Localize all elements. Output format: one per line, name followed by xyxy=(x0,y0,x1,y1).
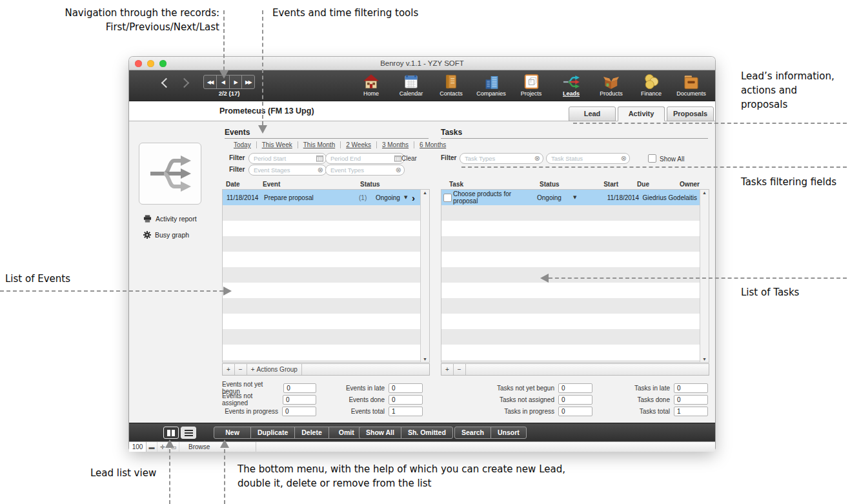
zoom-window-icon[interactable] xyxy=(159,60,167,67)
task-checkbox[interactable] xyxy=(443,194,452,202)
tasks-scrollbar[interactable]: ▲ ▼ xyxy=(700,190,709,362)
module-leads[interactable]: Leads xyxy=(551,72,591,97)
unsort-button[interactable]: Unsort xyxy=(491,427,527,439)
last-record-button[interactable]: ▶▶ xyxy=(242,76,254,88)
clear-field-icon[interactable]: ⊗ xyxy=(318,166,323,174)
tab-activity[interactable]: Activity xyxy=(618,106,665,121)
module-contacts[interactable]: Contacts xyxy=(431,72,471,97)
filter-today-link[interactable]: Today xyxy=(234,141,251,148)
status-dropdown-icon[interactable]: ▼ xyxy=(404,195,412,200)
scroll-up-icon[interactable]: ▲ xyxy=(421,190,429,195)
annotation-nav-records: Navigation through the records: First/Pr… xyxy=(35,6,219,35)
form-view-button[interactable] xyxy=(163,427,179,439)
zoom-out-button[interactable]: ▬ xyxy=(147,442,157,452)
event-stages-input[interactable]: Event Stages ⊗ xyxy=(248,165,327,176)
new-button[interactable]: New xyxy=(214,427,251,439)
events-header: Events xyxy=(225,128,250,137)
events-stats-left: Events not yet begun 0 Events not assign… xyxy=(222,383,316,418)
annotation-lead-info: Lead’s information, actions and proposal… xyxy=(741,70,838,112)
events-table[interactable]: 11/18/2014 Prepare proposal (1) Ongoing … xyxy=(222,189,430,363)
module-finance[interactable]: Finance xyxy=(631,72,671,97)
zoom-level[interactable]: 100 xyxy=(129,442,147,452)
add-actions-group-button[interactable]: + Actions Group xyxy=(247,364,302,375)
clear-field-icon[interactable]: ⊗ xyxy=(534,155,540,162)
busy-graph-link[interactable]: Busy graph xyxy=(143,231,189,239)
duplicate-button[interactable]: Duplicate xyxy=(250,427,295,439)
module-calendar[interactable]: Calendar xyxy=(391,72,431,97)
next-record-button[interactable]: ▶ xyxy=(230,76,243,88)
show-all-button[interactable]: Show All xyxy=(359,427,401,439)
window-titlebar[interactable]: Benroy v.1.1 - YZY SOFT xyxy=(129,57,715,70)
task-name: Choose products for proposal xyxy=(453,190,537,205)
activity-report-link[interactable]: Activity report xyxy=(143,215,197,223)
mode-selector[interactable]: Browse xyxy=(179,442,256,452)
clear-filter-link[interactable]: Clear xyxy=(401,155,417,162)
task-types-input[interactable]: Task Types ⊗ xyxy=(460,153,543,164)
remove-task-button[interactable]: − xyxy=(454,364,466,375)
clear-field-icon[interactable]: ⊗ xyxy=(621,155,627,162)
module-documents[interactable]: Documents xyxy=(671,72,711,97)
stat-value: 1 xyxy=(389,407,423,416)
companies-icon xyxy=(471,72,511,90)
add-event-button[interactable]: + xyxy=(223,364,235,375)
close-window-icon[interactable] xyxy=(135,60,142,67)
annotation-list-of-tasks: List of Tasks xyxy=(741,286,799,300)
search-buttons-group: Search Unsort xyxy=(454,427,527,439)
forward-icon[interactable] xyxy=(179,78,190,88)
show-all-checkbox[interactable] xyxy=(648,154,656,163)
top-toolbar: ◀◀ ◀ ▶ ▶▶ 2/2 (17) xyxy=(129,70,715,101)
events-col-date: Date xyxy=(226,181,240,188)
show-omitted-button[interactable]: Sh. Omitted xyxy=(401,427,453,439)
filter-3-months-link[interactable]: 3 Months xyxy=(376,141,409,148)
status-dropdown-icon[interactable]: ▼ xyxy=(573,195,582,200)
annotation-lead-list-view: Lead list view xyxy=(90,467,156,481)
module-products[interactable]: Products xyxy=(591,72,631,97)
list-view-button[interactable] xyxy=(181,427,196,439)
period-end-input[interactable]: Period End xyxy=(325,153,405,164)
tab-lead[interactable]: Lead xyxy=(569,106,616,121)
module-home[interactable]: Home xyxy=(351,72,391,97)
task-owner: Giedrius Godelaitis xyxy=(639,194,700,201)
filter-2-weeks-link[interactable]: 2 Weeks xyxy=(340,141,371,148)
tasks-selected-row[interactable]: Choose products for proposal Ongoing ▼ 1… xyxy=(441,190,700,205)
show-all-label: Show All xyxy=(660,156,684,163)
scroll-down-icon[interactable]: ▼ xyxy=(700,357,709,361)
task-due: 11/18/2014 xyxy=(602,194,639,201)
leads-large-icon xyxy=(147,150,194,197)
projects-icon xyxy=(511,72,551,90)
event-types-input[interactable]: Event Types ⊗ xyxy=(325,165,405,176)
filter-6-months-link[interactable]: 6 Months xyxy=(414,141,446,148)
search-button[interactable]: Search xyxy=(454,427,491,439)
leads-icon xyxy=(551,72,591,90)
first-record-button[interactable]: ◀◀ xyxy=(204,76,217,88)
period-start-input[interactable]: Period Start xyxy=(248,153,327,164)
events-selected-row[interactable]: 11/18/2014 Prepare proposal (1) Ongoing … xyxy=(223,190,421,205)
list-icon xyxy=(185,430,193,431)
filter-this-month-link[interactable]: This Month xyxy=(298,141,335,148)
calendar-picker-icon[interactable] xyxy=(316,155,323,162)
module-projects[interactable]: Projects xyxy=(511,72,551,97)
plus-icon: + xyxy=(251,366,255,373)
tasks-filter-label: Filter xyxy=(441,154,456,161)
module-companies[interactable]: Companies xyxy=(471,72,511,97)
tab-proposals[interactable]: Proposals xyxy=(667,106,714,121)
open-event-icon[interactable]: › xyxy=(412,193,421,203)
stat-row: Events not yet begun 0 xyxy=(222,383,316,392)
stat-value: 1 xyxy=(674,407,708,416)
minimize-window-icon[interactable] xyxy=(147,60,154,67)
back-icon[interactable] xyxy=(161,78,172,88)
tasks-table[interactable]: Choose products for proposal Ongoing ▼ 1… xyxy=(441,189,709,363)
add-task-button[interactable]: + xyxy=(441,364,454,375)
delete-button[interactable]: Delete xyxy=(294,427,329,439)
scroll-down-icon[interactable]: ▼ xyxy=(421,357,429,361)
events-scrollbar[interactable]: ▲ ▼ xyxy=(420,190,429,362)
events-table-body[interactable] xyxy=(223,205,421,362)
record-navigation: ◀◀ ◀ ▶ ▶▶ xyxy=(203,75,255,89)
tasks-table-body[interactable] xyxy=(441,205,700,362)
remove-event-button[interactable]: − xyxy=(235,364,247,375)
task-status-input[interactable]: Task Status ⊗ xyxy=(546,153,630,164)
calendar-picker-icon[interactable] xyxy=(394,155,401,162)
clear-field-icon[interactable]: ⊗ xyxy=(396,166,401,174)
scroll-up-icon[interactable]: ▲ xyxy=(700,190,709,195)
filter-this-week-link[interactable]: This Week xyxy=(256,141,292,148)
